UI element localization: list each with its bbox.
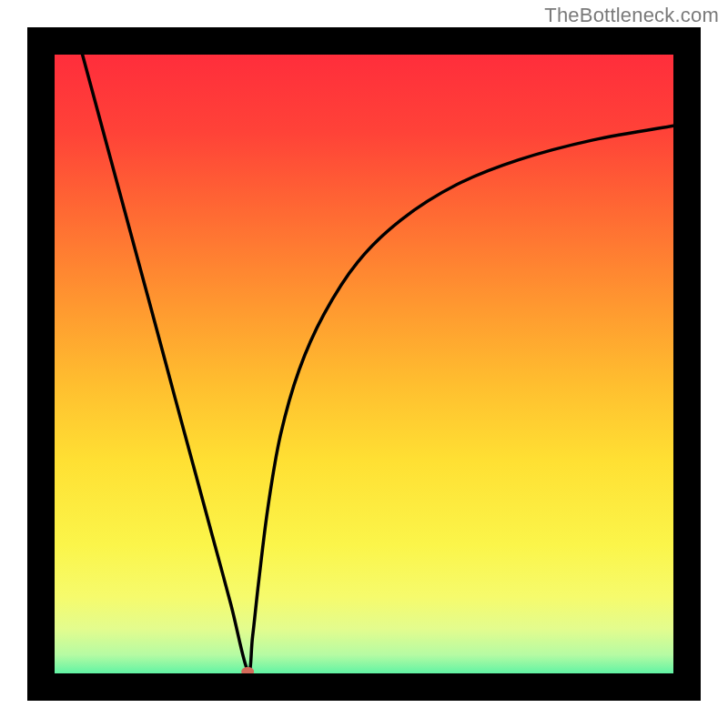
chart-container: { "attribution": "TheBottleneck.com", "c… [0,0,728,728]
plot-background [41,41,687,687]
chart-svg [0,0,728,728]
